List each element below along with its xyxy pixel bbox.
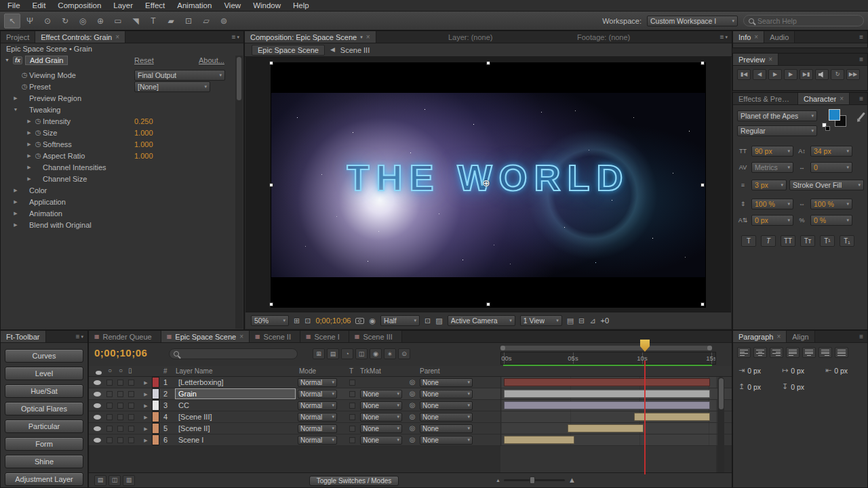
justify-last-right-button[interactable]: [818, 347, 832, 358]
layer-duration-bar[interactable]: [504, 378, 710, 386]
layer-name-cell[interactable]: CC: [176, 400, 295, 411]
layer-lock-toggle[interactable]: [128, 377, 138, 388]
layer-visibility-toggle[interactable]: [94, 434, 104, 445]
align-right-button[interactable]: [770, 347, 783, 358]
tab-audio[interactable]: Audio: [764, 31, 795, 43]
trkmat-dropdown[interactable]: None▾: [360, 436, 402, 445]
selection-handle[interactable]: [269, 61, 273, 65]
layer-audio-toggle[interactable]: [106, 388, 116, 399]
superscript-button[interactable]: T¹: [820, 235, 835, 247]
exposure-value[interactable]: +0: [601, 317, 610, 325]
effect-property-row[interactable]: ▶ Blend with Original ▾: [1, 219, 234, 230]
twirl-arrow-icon[interactable]: ▶: [25, 176, 33, 181]
preserve-transparency-toggle[interactable]: [349, 434, 357, 445]
twirl-arrow-icon[interactable]: ▶: [25, 142, 33, 146]
zoom-tool[interactable]: ⊙: [39, 14, 56, 28]
leading-control[interactable]: 34 px▾: [810, 146, 852, 157]
twirl-arrow-icon[interactable]: ▼: [12, 107, 20, 112]
layer-color-chip[interactable]: [152, 411, 159, 422]
layer-color-chip[interactable]: [152, 423, 159, 434]
layer-track[interactable]: [500, 411, 716, 422]
layer-row[interactable]: ▶ 4 [Scene III] Normal▾ None▾ ◎ None▾: [89, 411, 732, 423]
layer-color-chip[interactable]: [152, 377, 159, 388]
camera-dropdown[interactable]: Active Camera▾: [448, 315, 515, 326]
layer-name[interactable]: [Scene III]: [176, 412, 295, 422]
timeline-tab[interactable]: ▦Scene II: [250, 331, 300, 342]
blend-mode-dropdown[interactable]: Normal▾: [298, 390, 337, 399]
panel-menu-icon[interactable]: ≡▾: [716, 31, 732, 43]
layer-audio-toggle[interactable]: [106, 400, 116, 411]
justify-all-button[interactable]: [835, 347, 848, 358]
layer-track[interactable]: [500, 400, 716, 411]
motion-blur-icon[interactable]: ◉: [370, 348, 382, 359]
resolution-dropdown[interactable]: Half▾: [380, 315, 420, 326]
align-center-button[interactable]: [753, 347, 767, 358]
last-frame-button[interactable]: ▶▮: [800, 69, 813, 80]
selection-handle[interactable]: [701, 183, 705, 187]
script-button[interactable]: Particular: [5, 420, 83, 433]
layer-track[interactable]: [500, 423, 716, 434]
panel-menu-icon[interactable]: ≡: [855, 31, 867, 43]
property-value[interactable]: 1.000: [134, 129, 153, 137]
script-button[interactable]: Optical Flares: [5, 402, 83, 415]
effect-property-row[interactable]: ▶ ◷ Intensity 0.250 ▾: [1, 115, 234, 127]
twirl-open-icon[interactable]: ▼: [5, 58, 9, 62]
play-button[interactable]: ▶: [768, 69, 782, 80]
script-button[interactable]: Adjustment Layer: [5, 472, 83, 486]
previous-frame-button[interactable]: ◀: [753, 69, 766, 80]
trkmat-dropdown[interactable]: None▾: [360, 424, 402, 433]
effect-property-row[interactable]: ▶ Preview Region ▾: [1, 92, 234, 104]
layer-duration-bar[interactable]: [504, 390, 710, 398]
layer-lock-toggle[interactable]: [128, 388, 138, 399]
tab-info[interactable]: Info×: [733, 31, 764, 43]
layer-row[interactable]: ▶ 2 Grain Normal▾ None▾ ◎ None▾: [89, 388, 732, 400]
layer-solo-toggle[interactable]: [117, 377, 127, 388]
about-link[interactable]: About...: [199, 56, 224, 64]
layer-color-chip[interactable]: [152, 388, 159, 399]
layer-name[interactable]: [Letterboxing]: [176, 378, 295, 387]
subscript-button[interactable]: T₁: [840, 235, 854, 247]
tab-character[interactable]: Character×: [798, 93, 850, 104]
layer-lock-toggle[interactable]: [128, 400, 138, 411]
baseline-shift-control[interactable]: 0 px▾: [751, 215, 793, 226]
menu-item[interactable]: Animation: [171, 0, 218, 11]
panel-menu-icon[interactable]: ≡▾: [72, 331, 87, 342]
layer-color-chip[interactable]: [152, 434, 159, 445]
property-value[interactable]: 1.000: [134, 152, 153, 160]
current-time-indicator-line[interactable]: [644, 361, 646, 474]
rotation-tool[interactable]: ↻: [57, 14, 73, 28]
stopwatch-icon[interactable]: ◷: [20, 72, 29, 79]
layer-row[interactable]: ▶ 6 Scene I Normal▾ None▾ ◎ None▾: [89, 434, 732, 446]
column-trkmat[interactable]: TrkMat: [360, 367, 381, 375]
current-timecode[interactable]: 0;00;10;06: [94, 347, 147, 359]
effect-property-row[interactable]: ▼ Tweaking ▾: [1, 104, 234, 115]
menu-item[interactable]: Window: [247, 0, 287, 11]
time-navigator[interactable]: [500, 346, 712, 350]
close-icon[interactable]: ×: [366, 33, 370, 41]
layer-solo-toggle[interactable]: [117, 434, 127, 445]
parent-pickwhip-icon[interactable]: ◎: [408, 388, 417, 399]
column-layer-name[interactable]: Layer Name: [176, 367, 212, 375]
loop-button[interactable]: ↻: [831, 69, 844, 80]
menu-item[interactable]: Layer: [107, 0, 139, 11]
space-before-value[interactable]: 0 px: [747, 383, 761, 391]
scrollbar-thumb[interactable]: [719, 378, 724, 409]
effect-property-row[interactable]: ◷ Preset [None]▾: [1, 81, 234, 92]
layer-name-cell[interactable]: [Scene II]: [176, 423, 295, 434]
tab-effects-presets[interactable]: Effects & Presets: [733, 93, 798, 104]
layer-name-cell[interactable]: Scene I: [176, 434, 295, 445]
layer-name-cell[interactable]: [Scene III]: [176, 411, 295, 422]
layer-duration-bar[interactable]: [504, 436, 574, 444]
layer-audio-toggle[interactable]: [106, 434, 116, 445]
snapshot-icon[interactable]: [355, 318, 364, 324]
effect-property-row[interactable]: ▶ Channel Intensities ▾: [1, 161, 234, 173]
indent-left-value[interactable]: 0 px: [747, 367, 761, 375]
parent-pickwhip-icon[interactable]: ◎: [408, 411, 417, 422]
viewer-timecode[interactable]: 0;00;10;06: [315, 317, 351, 325]
view-layout-dropdown[interactable]: 1 View▾: [520, 315, 562, 326]
property-dropdown[interactable]: Final Output▾: [134, 70, 225, 81]
font-family-dropdown[interactable]: Planet of the Apes▾: [737, 110, 817, 121]
preserve-transparency-toggle[interactable]: [349, 423, 357, 434]
default-stroke-swatch[interactable]: [825, 126, 830, 131]
close-icon[interactable]: ×: [840, 95, 844, 102]
